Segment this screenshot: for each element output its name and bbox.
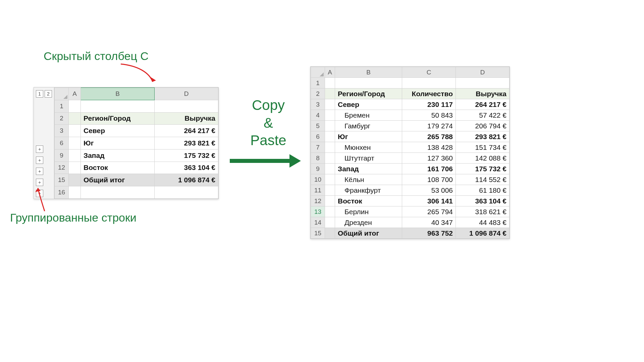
table-cell-qty: 108 700 xyxy=(402,174,456,185)
table-cell-name: Запад xyxy=(335,164,402,174)
table-cell-name: Мюнхен xyxy=(335,142,402,153)
row-header[interactable]: 14 xyxy=(311,217,325,228)
table-cell-rev: 363 104 € xyxy=(155,162,218,174)
big-arrow-icon xyxy=(230,154,304,168)
table-cell-name: Север xyxy=(81,125,155,137)
outline-expand-button[interactable]: + xyxy=(36,145,43,153)
row-header[interactable]: 16 xyxy=(55,186,69,199)
table-cell-rev: 114 552 € xyxy=(456,174,509,185)
table-cell-qty: 265 794 xyxy=(402,206,456,217)
table-cell-qty: 265 788 xyxy=(402,131,456,142)
row-header[interactable]: 12 xyxy=(55,162,69,174)
annotation-hidden-column: Скрытый столбец С xyxy=(44,50,149,63)
row-header[interactable]: 2 xyxy=(311,88,325,99)
row-header[interactable]: 4 xyxy=(311,110,325,121)
table-cell-rev: 264 217 € xyxy=(155,125,218,137)
table-total-qty: 963 752 xyxy=(402,228,456,239)
row-header[interactable]: 2 xyxy=(55,112,69,125)
table-cell-qty: 53 006 xyxy=(402,185,456,196)
arrow-to-hidden-column-icon xyxy=(117,62,161,89)
outline-expand-button[interactable]: + xyxy=(36,179,43,186)
select-all-corner[interactable] xyxy=(55,88,69,100)
table-cell-rev: 293 821 € xyxy=(456,131,509,142)
row-header[interactable]: 1 xyxy=(311,78,325,88)
table-header-rev: Выручка xyxy=(456,88,509,99)
table-total-name: Общий итог xyxy=(81,174,155,186)
excel-window-source: 1 2 +++++ A B D 12 Регион/Город Выручка3… xyxy=(34,87,219,199)
excel-window-result: A B C D 12 Регион/Город Количество Выруч… xyxy=(310,66,510,239)
select-all-corner[interactable] xyxy=(311,67,325,78)
col-header-A[interactable]: A xyxy=(69,88,81,100)
col-header-B[interactable]: B xyxy=(81,88,155,100)
annotation-grouped-rows: Группированные строки xyxy=(10,211,137,224)
table-cell-rev: 264 217 € xyxy=(456,99,509,110)
copy-paste-line2: & xyxy=(241,114,295,132)
row-header[interactable]: 6 xyxy=(55,137,69,149)
result-grid[interactable]: A B C D 12 Регион/Город Количество Выруч… xyxy=(311,67,509,239)
row-header[interactable]: 12 xyxy=(311,196,325,206)
outline-expand-button[interactable]: + xyxy=(36,157,43,164)
col-header-C[interactable]: C xyxy=(402,67,456,78)
table-cell-rev: 175 732 € xyxy=(456,164,509,174)
outline-gutter: 1 2 +++++ xyxy=(34,87,54,199)
table-cell-rev: 57 422 € xyxy=(456,110,509,121)
outline-level-2-button[interactable]: 2 xyxy=(45,90,52,98)
table-cell-qty: 40 347 xyxy=(402,217,456,228)
table-cell-rev: 61 180 € xyxy=(456,185,509,196)
table-cell-qty: 127 360 xyxy=(402,153,456,164)
table-cell-qty: 138 428 xyxy=(402,142,456,153)
table-total-rev: 1 096 874 € xyxy=(155,174,218,186)
row-header[interactable]: 10 xyxy=(311,174,325,185)
row-header[interactable]: 8 xyxy=(311,153,325,164)
copy-paste-label: Copy & Paste xyxy=(241,97,295,149)
table-cell-rev: 206 794 € xyxy=(456,121,509,131)
col-header-A[interactable]: A xyxy=(325,67,335,78)
row-header[interactable]: 13 xyxy=(311,206,325,217)
table-cell-name: Штутгарт xyxy=(335,153,402,164)
table-cell-name: Юг xyxy=(81,137,155,149)
table-cell-name: Дрезден xyxy=(335,217,402,228)
table-cell-name: Север xyxy=(335,99,402,110)
table-cell-qty: 230 117 xyxy=(402,99,456,110)
row-header[interactable]: 7 xyxy=(311,142,325,153)
table-header-rev: Выручка xyxy=(155,112,218,125)
source-grid[interactable]: A B D 12 Регион/Город Выручка3 Север 264… xyxy=(54,87,218,199)
row-header[interactable]: 6 xyxy=(311,131,325,142)
table-cell-rev: 318 621 € xyxy=(456,206,509,217)
row-header[interactable]: 3 xyxy=(55,125,69,137)
row-header[interactable]: 15 xyxy=(311,228,325,239)
table-cell-qty: 179 274 xyxy=(402,121,456,131)
table-cell-qty: 306 141 xyxy=(402,196,456,206)
table-total-rev: 1 096 874 € xyxy=(456,228,509,239)
table-cell-name: Франкфурт xyxy=(335,185,402,196)
row-header[interactable]: 11 xyxy=(311,185,325,196)
table-cell-name: Бремен xyxy=(335,110,402,121)
row-header[interactable]: 5 xyxy=(311,121,325,131)
table-cell-name: Берлин xyxy=(335,206,402,217)
table-cell-rev: 293 821 € xyxy=(155,137,218,149)
col-header-D[interactable]: D xyxy=(456,67,509,78)
col-header-D[interactable]: D xyxy=(155,88,218,100)
row-header[interactable]: 15 xyxy=(55,174,69,186)
row-header[interactable]: 9 xyxy=(311,164,325,174)
table-header-qty: Количество xyxy=(402,88,456,99)
table-cell-name: Восток xyxy=(335,196,402,206)
table-cell-rev: 175 732 € xyxy=(155,149,218,162)
table-cell-name: Восток xyxy=(81,162,155,174)
table-total-name: Общий итог xyxy=(335,228,402,239)
table-cell-name: Кёльн xyxy=(335,174,402,185)
table-header-name: Регион/Город xyxy=(81,112,155,125)
outline-expand-button[interactable]: + xyxy=(36,168,43,175)
table-cell-name: Гамбург xyxy=(335,121,402,131)
copy-paste-line1: Copy xyxy=(241,97,295,114)
table-cell-qty: 161 706 xyxy=(402,164,456,174)
row-header[interactable]: 1 xyxy=(55,100,69,112)
row-header[interactable]: 3 xyxy=(311,99,325,110)
table-cell-rev: 363 104 € xyxy=(456,196,509,206)
table-cell-name: Юг xyxy=(335,131,402,142)
row-header[interactable]: 9 xyxy=(55,149,69,162)
table-cell-name: Запад xyxy=(81,149,155,162)
table-header-name: Регион/Город xyxy=(335,88,402,99)
outline-level-1-button[interactable]: 1 xyxy=(36,90,43,98)
col-header-B[interactable]: B xyxy=(335,67,402,78)
